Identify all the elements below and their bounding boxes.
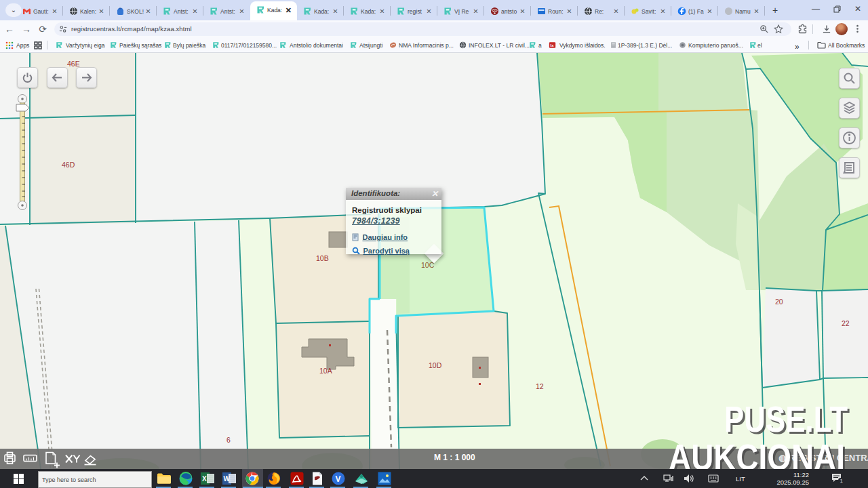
svg-text:1: 1 [840,478,844,484]
svg-text:PUSE.LT: PUSE.LT [724,399,848,439]
svg-text:X: X [202,475,207,483]
svg-text:V: V [336,474,341,484]
svg-text:W: W [224,475,231,483]
